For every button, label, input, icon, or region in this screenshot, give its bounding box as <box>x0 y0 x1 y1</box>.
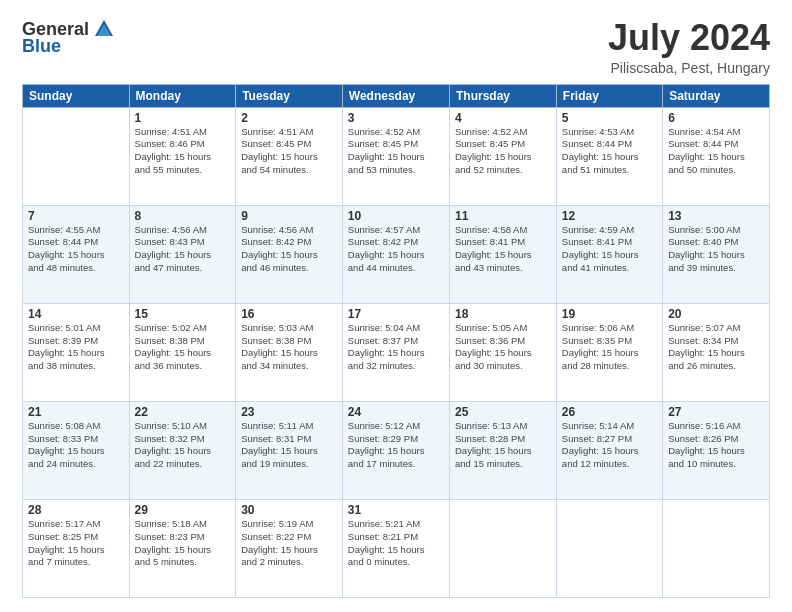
day-number: 19 <box>562 307 657 321</box>
logo: General Blue <box>22 18 115 57</box>
day-number: 17 <box>348 307 444 321</box>
day-info: Sunrise: 5:02 AM Sunset: 8:38 PM Dayligh… <box>135 322 231 373</box>
table-row: 9Sunrise: 4:56 AM Sunset: 8:42 PM Daylig… <box>236 205 343 303</box>
table-row <box>663 499 770 597</box>
day-info: Sunrise: 4:51 AM Sunset: 8:45 PM Dayligh… <box>241 126 337 177</box>
calendar-week-row: 14Sunrise: 5:01 AM Sunset: 8:39 PM Dayli… <box>23 303 770 401</box>
table-row: 2Sunrise: 4:51 AM Sunset: 8:45 PM Daylig… <box>236 107 343 205</box>
table-row <box>556 499 662 597</box>
table-row: 6Sunrise: 4:54 AM Sunset: 8:44 PM Daylig… <box>663 107 770 205</box>
day-number: 12 <box>562 209 657 223</box>
table-row: 29Sunrise: 5:18 AM Sunset: 8:23 PM Dayli… <box>129 499 236 597</box>
table-row: 5Sunrise: 4:53 AM Sunset: 8:44 PM Daylig… <box>556 107 662 205</box>
day-info: Sunrise: 5:00 AM Sunset: 8:40 PM Dayligh… <box>668 224 764 275</box>
day-number: 24 <box>348 405 444 419</box>
col-wednesday: Wednesday <box>342 84 449 107</box>
day-number: 2 <box>241 111 337 125</box>
table-row: 19Sunrise: 5:06 AM Sunset: 8:35 PM Dayli… <box>556 303 662 401</box>
table-row: 7Sunrise: 4:55 AM Sunset: 8:44 PM Daylig… <box>23 205 130 303</box>
table-row: 20Sunrise: 5:07 AM Sunset: 8:34 PM Dayli… <box>663 303 770 401</box>
day-info: Sunrise: 4:57 AM Sunset: 8:42 PM Dayligh… <box>348 224 444 275</box>
col-monday: Monday <box>129 84 236 107</box>
table-row: 15Sunrise: 5:02 AM Sunset: 8:38 PM Dayli… <box>129 303 236 401</box>
col-tuesday: Tuesday <box>236 84 343 107</box>
table-row: 31Sunrise: 5:21 AM Sunset: 8:21 PM Dayli… <box>342 499 449 597</box>
table-row: 18Sunrise: 5:05 AM Sunset: 8:36 PM Dayli… <box>450 303 557 401</box>
day-number: 21 <box>28 405 124 419</box>
day-info: Sunrise: 5:14 AM Sunset: 8:27 PM Dayligh… <box>562 420 657 471</box>
calendar-header-row: Sunday Monday Tuesday Wednesday Thursday… <box>23 84 770 107</box>
table-row: 27Sunrise: 5:16 AM Sunset: 8:26 PM Dayli… <box>663 401 770 499</box>
table-row: 24Sunrise: 5:12 AM Sunset: 8:29 PM Dayli… <box>342 401 449 499</box>
table-row: 16Sunrise: 5:03 AM Sunset: 8:38 PM Dayli… <box>236 303 343 401</box>
table-row: 22Sunrise: 5:10 AM Sunset: 8:32 PM Dayli… <box>129 401 236 499</box>
day-number: 30 <box>241 503 337 517</box>
day-info: Sunrise: 5:19 AM Sunset: 8:22 PM Dayligh… <box>241 518 337 569</box>
day-info: Sunrise: 5:11 AM Sunset: 8:31 PM Dayligh… <box>241 420 337 471</box>
day-info: Sunrise: 5:21 AM Sunset: 8:21 PM Dayligh… <box>348 518 444 569</box>
table-row: 1Sunrise: 4:51 AM Sunset: 8:46 PM Daylig… <box>129 107 236 205</box>
table-row: 8Sunrise: 4:56 AM Sunset: 8:43 PM Daylig… <box>129 205 236 303</box>
day-number: 15 <box>135 307 231 321</box>
table-row: 13Sunrise: 5:00 AM Sunset: 8:40 PM Dayli… <box>663 205 770 303</box>
day-number: 29 <box>135 503 231 517</box>
logo-icon <box>93 18 115 40</box>
day-info: Sunrise: 5:06 AM Sunset: 8:35 PM Dayligh… <box>562 322 657 373</box>
location: Piliscsaba, Pest, Hungary <box>608 60 770 76</box>
day-info: Sunrise: 4:55 AM Sunset: 8:44 PM Dayligh… <box>28 224 124 275</box>
day-info: Sunrise: 5:17 AM Sunset: 8:25 PM Dayligh… <box>28 518 124 569</box>
table-row: 12Sunrise: 4:59 AM Sunset: 8:41 PM Dayli… <box>556 205 662 303</box>
col-saturday: Saturday <box>663 84 770 107</box>
page: General Blue July 2024 Piliscsaba, Pest,… <box>0 0 792 612</box>
day-number: 1 <box>135 111 231 125</box>
day-number: 27 <box>668 405 764 419</box>
calendar-table: Sunday Monday Tuesday Wednesday Thursday… <box>22 84 770 598</box>
day-info: Sunrise: 4:52 AM Sunset: 8:45 PM Dayligh… <box>348 126 444 177</box>
col-thursday: Thursday <box>450 84 557 107</box>
table-row: 26Sunrise: 5:14 AM Sunset: 8:27 PM Dayli… <box>556 401 662 499</box>
day-number: 22 <box>135 405 231 419</box>
day-info: Sunrise: 5:12 AM Sunset: 8:29 PM Dayligh… <box>348 420 444 471</box>
day-info: Sunrise: 5:16 AM Sunset: 8:26 PM Dayligh… <box>668 420 764 471</box>
day-info: Sunrise: 5:10 AM Sunset: 8:32 PM Dayligh… <box>135 420 231 471</box>
table-row: 4Sunrise: 4:52 AM Sunset: 8:45 PM Daylig… <box>450 107 557 205</box>
day-number: 28 <box>28 503 124 517</box>
day-info: Sunrise: 5:01 AM Sunset: 8:39 PM Dayligh… <box>28 322 124 373</box>
day-info: Sunrise: 5:13 AM Sunset: 8:28 PM Dayligh… <box>455 420 551 471</box>
calendar-week-row: 28Sunrise: 5:17 AM Sunset: 8:25 PM Dayli… <box>23 499 770 597</box>
day-number: 8 <box>135 209 231 223</box>
table-row: 11Sunrise: 4:58 AM Sunset: 8:41 PM Dayli… <box>450 205 557 303</box>
table-row <box>23 107 130 205</box>
day-number: 5 <box>562 111 657 125</box>
day-number: 9 <box>241 209 337 223</box>
day-number: 10 <box>348 209 444 223</box>
title-block: July 2024 Piliscsaba, Pest, Hungary <box>608 18 770 76</box>
day-info: Sunrise: 4:51 AM Sunset: 8:46 PM Dayligh… <box>135 126 231 177</box>
day-info: Sunrise: 5:07 AM Sunset: 8:34 PM Dayligh… <box>668 322 764 373</box>
month-title: July 2024 <box>608 18 770 58</box>
day-number: 3 <box>348 111 444 125</box>
table-row: 21Sunrise: 5:08 AM Sunset: 8:33 PM Dayli… <box>23 401 130 499</box>
table-row: 30Sunrise: 5:19 AM Sunset: 8:22 PM Dayli… <box>236 499 343 597</box>
table-row: 28Sunrise: 5:17 AM Sunset: 8:25 PM Dayli… <box>23 499 130 597</box>
day-info: Sunrise: 4:54 AM Sunset: 8:44 PM Dayligh… <box>668 126 764 177</box>
table-row: 23Sunrise: 5:11 AM Sunset: 8:31 PM Dayli… <box>236 401 343 499</box>
day-number: 31 <box>348 503 444 517</box>
calendar-week-row: 7Sunrise: 4:55 AM Sunset: 8:44 PM Daylig… <box>23 205 770 303</box>
day-number: 6 <box>668 111 764 125</box>
table-row <box>450 499 557 597</box>
day-info: Sunrise: 4:56 AM Sunset: 8:43 PM Dayligh… <box>135 224 231 275</box>
day-info: Sunrise: 5:18 AM Sunset: 8:23 PM Dayligh… <box>135 518 231 569</box>
day-number: 16 <box>241 307 337 321</box>
day-number: 14 <box>28 307 124 321</box>
table-row: 3Sunrise: 4:52 AM Sunset: 8:45 PM Daylig… <box>342 107 449 205</box>
col-friday: Friday <box>556 84 662 107</box>
calendar-week-row: 1Sunrise: 4:51 AM Sunset: 8:46 PM Daylig… <box>23 107 770 205</box>
table-row: 25Sunrise: 5:13 AM Sunset: 8:28 PM Dayli… <box>450 401 557 499</box>
logo-blue: Blue <box>22 36 61 57</box>
day-number: 11 <box>455 209 551 223</box>
day-number: 18 <box>455 307 551 321</box>
day-number: 26 <box>562 405 657 419</box>
day-info: Sunrise: 5:04 AM Sunset: 8:37 PM Dayligh… <box>348 322 444 373</box>
day-info: Sunrise: 4:52 AM Sunset: 8:45 PM Dayligh… <box>455 126 551 177</box>
